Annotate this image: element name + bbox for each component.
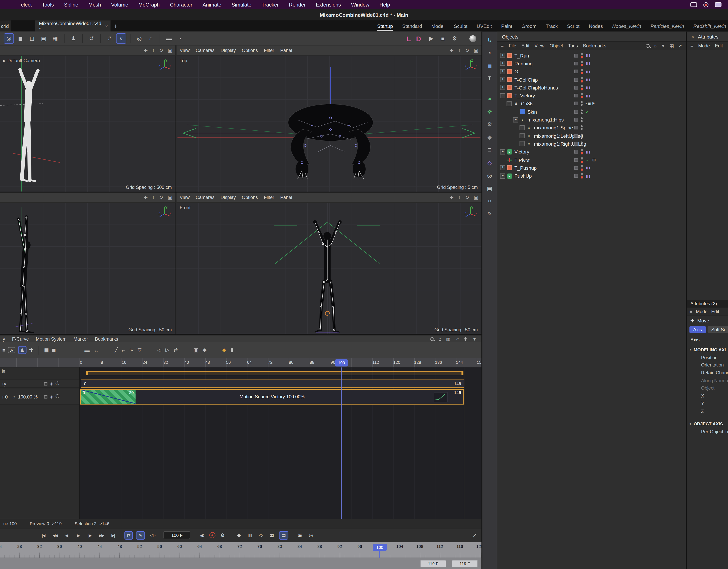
layout-tab[interactable]: Standard [402,20,422,31]
viewport-perspective[interactable]: ✚ ↕ ↻ ▣ ▸ Default Camera [0,45,176,193]
track-name-partial[interactable]: le [2,368,5,373]
menubar-item[interactable]: Character [170,2,192,7]
snap-grid-icon[interactable]: # [104,33,115,44]
texture-mode-icon[interactable]: ◻ [27,33,37,44]
viewport-menu-item[interactable]: View [180,48,190,53]
preview-end-badge[interactable]: 119 F [452,560,478,567]
attribute-row[interactable]: Per-Object Tr [687,427,728,435]
layer-chip[interactable] [574,174,578,178]
viewport-menu-item[interactable]: Cameras [196,195,215,200]
expander-icon[interactable]: + [500,165,505,171]
rotate-view-icon[interactable]: ↻ [159,195,163,200]
loop-toggle-icon[interactable]: ⇄ [124,531,133,539]
hamburger-icon[interactable]: ≡ [690,43,693,48]
powerslider-playhead[interactable]: 100 [373,544,387,551]
expander-icon[interactable]: + [520,125,525,130]
expander-icon[interactable]: + [520,133,525,138]
translate-keys-icon[interactable]: ↔ [94,347,99,353]
mograph-icon[interactable]: ❖ [484,107,495,116]
record-status-icon[interactable] [703,2,709,7]
key-position-icon[interactable]: ◆ [235,531,243,539]
objects-menu-item[interactable]: View [534,43,544,48]
object-row[interactable]: + T_Pushup ▮▮ [497,164,686,172]
expander-icon[interactable]: − [507,101,512,106]
solo-toggle-icon[interactable]: ◉ [50,381,53,386]
object-label[interactable]: G [514,69,518,74]
enabled-check-icon[interactable]: ✓ [586,158,589,162]
timeline-menu-partial[interactable]: y [3,336,5,341]
transport-button[interactable]: ◀| [63,533,70,537]
object-label[interactable]: PushUp [514,173,532,179]
menubar-item[interactable]: Mesh [88,2,101,7]
visibility-dots-icon[interactable] [581,93,583,98]
autokey-range-icon[interactable]: ▤ [279,531,288,539]
menubar-item[interactable]: Spline [64,2,78,7]
menubar-item[interactable]: Help [379,2,390,7]
key-preset-icon[interactable]: ◎ [307,531,315,539]
camera-label[interactable]: ▸ Default Camera [3,58,40,63]
expander-icon[interactable]: + [500,85,505,90]
visibility-dots-icon[interactable] [581,110,583,114]
objects-menu-item[interactable]: Tags [568,43,578,48]
attribute-row[interactable]: X [687,392,728,400]
transport-button[interactable]: ▶| [110,533,116,537]
layer-chip[interactable] [574,142,578,146]
clamp-icon[interactable]: ▽ [138,347,142,353]
region-tool-icon[interactable]: ▬ [84,347,90,353]
layer-chip[interactable] [574,62,578,65]
motion-clip-track[interactable]: 0 20 Motion Source Victory 100.00% 146 [80,389,464,405]
object-row[interactable]: + mixamorig1:LeftUpLeg [497,132,686,140]
cube-primitive-icon[interactable]: ◼ [484,61,495,71]
object-label[interactable]: mixamorig1:Spine [534,125,573,130]
attribute-row[interactable]: Orientation [687,361,728,369]
script-d-button[interactable]: D [416,35,421,43]
character-tool-icon[interactable]: ♟ [68,33,78,44]
object-row[interactable]: + Running ▮▮ [497,60,686,68]
keyframe-icon[interactable]: ◆ [203,347,207,353]
layer-chip[interactable] [574,150,578,154]
add-tab-button[interactable]: + [111,20,121,31]
maximize-view-icon[interactable]: ▣ [474,48,478,53]
viewport-canvas[interactable]: ▸ Default Camera Y X Z [0,56,176,192]
expander-icon[interactable]: + [500,61,505,66]
preview-end-badge[interactable]: 119 F [420,560,446,567]
caret-down-icon[interactable]: ▼ [472,336,477,341]
live-selection-icon[interactable]: ◎ [4,33,14,44]
object-label[interactable]: T Pivot [514,157,529,163]
solo-toggle-icon[interactable]: ◉ [50,394,53,399]
object-label[interactable]: T-GolfChipNoHands [514,85,558,90]
visibility-dots-icon[interactable] [581,133,583,138]
object-key-icon[interactable]: ◼ [52,347,56,353]
field-icon[interactable]: ◆ [484,132,495,142]
rotate-view-icon[interactable]: ↻ [465,48,469,53]
layer-chip[interactable] [574,158,578,162]
viewport-menu-item[interactable]: Display [221,195,236,200]
soft-selection-tab-button[interactable]: Soft Sele [707,326,728,333]
environment-icon[interactable]: ◎ [484,171,495,180]
polygon-mode-icon[interactable]: ▦ [50,33,61,44]
object-row[interactable]: + T-GolfChip ▮▮ [497,76,686,84]
visibility-dots-icon[interactable] [581,101,583,106]
layout-tab[interactable]: Startup [377,20,393,31]
object-row[interactable]: + T_Run ▮▮ [497,52,686,60]
playhead-marker[interactable]: 100 [335,359,348,366]
text-tool-icon[interactable]: T [484,74,495,83]
objects-menu-item[interactable]: Object [550,43,563,48]
key-parameter-icon[interactable]: ▦ [268,531,276,539]
expander-icon[interactable]: + [500,149,505,154]
transport-button[interactable]: ▶ [75,533,82,537]
layer-chip[interactable] [574,134,578,138]
object-axis-section[interactable]: ▾ OBJECT AXIS [687,419,728,428]
display-icon[interactable] [690,2,697,7]
pan-icon[interactable]: ✚ [450,48,454,53]
visibility-dots-icon[interactable] [581,85,583,90]
object-label[interactable]: T_Run [514,53,529,58]
object-row[interactable]: + PushUp ▮▮ [497,172,686,180]
layout-tab[interactable]: Redshift_Kevin [693,20,726,31]
camera-icon[interactable]: ▣ [484,183,495,193]
visibility-dots-icon[interactable] [581,61,583,66]
layer-chip[interactable] [574,54,578,58]
expander-icon[interactable]: + [500,53,505,58]
maximize-view-icon[interactable]: ▣ [168,195,172,200]
lock-workplane-icon[interactable]: ▪ [176,33,186,44]
